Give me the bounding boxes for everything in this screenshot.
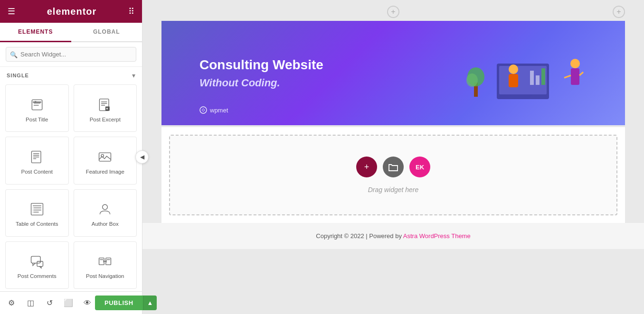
svg-rect-0 [32, 100, 42, 110]
svg-rect-29 [37, 261, 43, 267]
add-section-right-button[interactable]: + [613, 6, 625, 18]
add-widget-button[interactable]: + [356, 157, 377, 177]
svg-rect-31 [106, 258, 111, 265]
svg-rect-44 [541, 68, 545, 85]
tab-elements[interactable]: ELEMENTS [0, 23, 71, 42]
collapse-handle[interactable]: ◀ [135, 150, 149, 164]
widget-featured-image[interactable]: Featured Image [74, 137, 137, 184]
widget-featured-image-label: Featured Image [86, 169, 124, 175]
eye-icon[interactable]: 👁 [80, 296, 95, 311]
widget-post-comments-label: Post Comments [18, 273, 57, 280]
widget-post-excerpt-label: Post Excerpt [90, 117, 121, 123]
widget-author-box[interactable]: Author Box [74, 189, 137, 237]
publish-dropdown-button[interactable]: ▲ [143, 296, 157, 310]
footer-text: Copyright © 2022 | Powered by [316, 232, 403, 240]
widget-post-navigation-label: Post Navigation [86, 273, 124, 280]
hero-title: Consulting Website [199, 57, 464, 73]
svg-line-52 [564, 75, 571, 78]
elementor-logo: elementor [47, 6, 97, 17]
post-title-icon: T [28, 96, 46, 113]
search-bar: 🔍 [0, 42, 142, 67]
section-label: SINGLE [7, 73, 29, 78]
svg-rect-51 [571, 68, 579, 85]
drag-widget-label: Drag widget here [368, 186, 419, 194]
author-box-icon [96, 201, 114, 218]
widget-post-title-label: Post Title [26, 117, 48, 123]
settings-icon[interactable]: ⚙ [4, 296, 19, 311]
post-comments-icon [28, 253, 46, 270]
sidebar-header: ☰ elementor ⠿ [0, 0, 142, 23]
section-header: SINGLE ▾ [0, 67, 142, 82]
bottom-icons: ⚙ ◫ ↺ ⬜ 👁 [4, 296, 95, 311]
widget-post-content-label: Post Content [21, 169, 53, 175]
widget-post-content[interactable]: Post Content [5, 137, 69, 184]
widget-table-of-contents[interactable]: Table of Contents [5, 189, 69, 237]
svg-rect-43 [536, 75, 540, 85]
publish-button[interactable]: PUBLISH [95, 296, 143, 310]
widget-table-of-contents-label: Table of Contents [16, 221, 58, 228]
svg-rect-42 [530, 71, 534, 85]
publish-btn-wrapper: PUBLISH ▲ [95, 296, 157, 310]
table-of-contents-icon [28, 201, 46, 218]
drop-zone-row: + EK Drag widget here [161, 127, 625, 223]
featured-image-icon [96, 148, 114, 166]
search-icon: 🔍 [10, 51, 18, 58]
hero-row: Consulting Website Without Coding. wpmet [161, 21, 625, 125]
hero-banner: Consulting Website Without Coding. wpmet [161, 21, 625, 125]
svg-rect-30 [99, 258, 104, 265]
responsive-icon[interactable]: ⬜ [61, 296, 76, 311]
collapse-icon[interactable]: ▾ [132, 72, 135, 79]
grid-icon[interactable]: ⠿ [128, 6, 134, 17]
svg-rect-19 [31, 203, 43, 215]
hero-image [464, 35, 597, 111]
post-excerpt-icon [96, 96, 114, 113]
drop-zone: + EK Drag widget here [169, 135, 617, 215]
add-row-top: + + [142, 4, 644, 19]
sidebar-bottom: ⚙ ◫ ↺ ⬜ 👁 PUBLISH ▲ [0, 291, 142, 314]
hamburger-icon[interactable]: ☰ [8, 6, 15, 17]
ek-button[interactable]: EK [409, 157, 430, 177]
drop-zone-icons: + EK [356, 157, 430, 177]
svg-line-53 [579, 72, 583, 75]
svg-rect-28 [31, 257, 40, 263]
svg-point-27 [103, 204, 108, 210]
search-input[interactable] [6, 47, 136, 62]
post-navigation-icon [96, 253, 114, 270]
main-canvas: + + Consulting Website Without Coding. w… [142, 0, 644, 314]
svg-rect-46 [509, 74, 518, 87]
widget-post-navigation[interactable]: Post Navigation [74, 241, 137, 289]
widget-post-title[interactable]: T Post Title [5, 84, 69, 132]
open-templates-button[interactable] [383, 157, 404, 177]
svg-point-50 [570, 59, 580, 68]
svg-rect-17 [99, 153, 111, 161]
tab-global[interactable]: GLOBAL [71, 23, 142, 41]
svg-point-45 [509, 65, 518, 74]
hero-logo: wpmet [199, 106, 228, 114]
sidebar: ☰ elementor ⠿ ELEMENTS GLOBAL 🔍 SINGLE ▾… [0, 0, 142, 314]
hero-logo-text: wpmet [210, 107, 228, 114]
sidebar-tabs: ELEMENTS GLOBAL [0, 23, 142, 42]
widgets-grid: T Post Title Post Excerpt [0, 82, 142, 291]
footer: Copyright © 2022 | Powered by Astra Word… [142, 223, 644, 249]
widget-post-comments[interactable]: Post Comments [5, 241, 69, 289]
post-content-icon [28, 148, 46, 166]
svg-point-49 [466, 74, 478, 87]
history-icon[interactable]: ↺ [42, 296, 57, 311]
widget-post-excerpt[interactable]: Post Excerpt [74, 84, 137, 132]
add-section-top-button[interactable]: + [387, 6, 399, 18]
hero-text: Consulting Website Without Coding. wpmet [199, 57, 464, 89]
hero-subtitle: Without Coding. [199, 77, 464, 89]
layers-icon[interactable]: ◫ [23, 296, 38, 311]
svg-rect-4 [33, 102, 41, 103]
footer-link[interactable]: Astra WordPress Theme [403, 232, 471, 240]
widget-author-box-label: Author Box [92, 221, 119, 228]
svg-point-39 [200, 107, 207, 113]
